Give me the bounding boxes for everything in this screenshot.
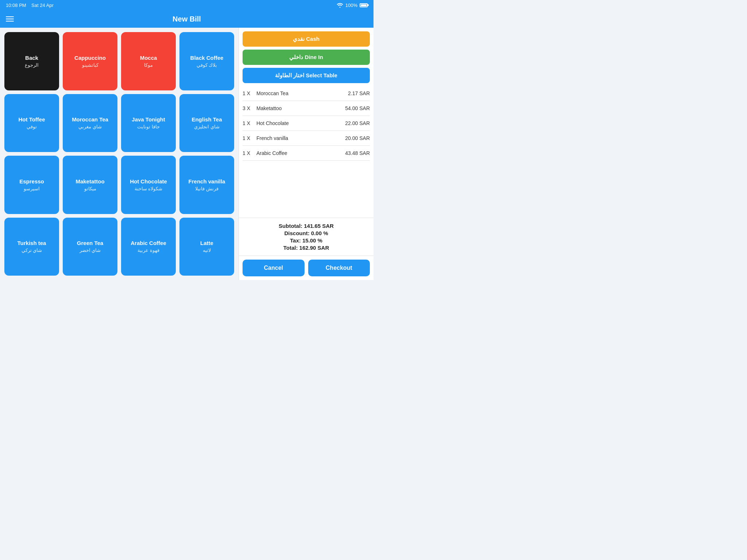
order-item-qty: 1 X bbox=[243, 90, 253, 96]
product-name-ar: شكولاه ساخنة bbox=[135, 186, 163, 191]
totals-section: Subtotal: 141.65 SAR Discount: 0.00 % Ta… bbox=[239, 218, 374, 256]
product-name-en: Turkish tea bbox=[18, 240, 46, 246]
product-name-ar: الرجوع bbox=[25, 62, 39, 68]
order-item-row: 1 X Hot Chocolate 22.00 SAR bbox=[243, 116, 370, 131]
order-items-list: 1 X Moroccan Tea 2.17 SAR 3 X Maketattoo… bbox=[239, 86, 374, 218]
order-item-qty: 3 X bbox=[243, 105, 253, 111]
product-tile[interactable]: Cappuccino كباتشينو bbox=[63, 32, 117, 90]
product-tile[interactable]: Black Coffee بلاك كوفي bbox=[179, 32, 234, 90]
product-tile[interactable]: Hot Toffee توفي bbox=[4, 94, 59, 152]
product-name-en: Arabic Coffee bbox=[131, 240, 166, 246]
product-name-en: Maketattoo bbox=[76, 178, 104, 184]
order-item-name: Hot Chocolate bbox=[256, 120, 345, 126]
product-name-ar: توفي bbox=[27, 124, 37, 129]
status-time-date: 10:08 PM Sat 24 Apr bbox=[6, 3, 54, 8]
product-name-ar: موكا bbox=[144, 62, 153, 68]
main-content: Back الرجوع Cappuccino كباتشينو Mocca مو… bbox=[0, 28, 374, 280]
product-tile[interactable]: Java Tonight جافا تونايت bbox=[121, 94, 176, 152]
order-item-row: 1 X Moroccan Tea 2.17 SAR bbox=[243, 86, 370, 101]
product-name-en: Cappuccino bbox=[74, 55, 106, 61]
product-name-ar: اسيرسو bbox=[24, 186, 40, 191]
product-tile[interactable]: Green Tea شاي اخضر bbox=[63, 218, 117, 276]
order-item-price: 54.00 SAR bbox=[345, 105, 370, 111]
product-grid: Back الرجوع Cappuccino كباتشينو Mocca مو… bbox=[0, 28, 239, 280]
page-title: New Bill bbox=[173, 15, 201, 23]
right-panel: نقدي Cash داخلي Dine In اختار الطاولة Se… bbox=[239, 28, 374, 280]
product-name-en: Latte bbox=[200, 240, 213, 246]
product-name-en: Espresso bbox=[19, 178, 44, 184]
product-tile[interactable]: Mocca موكا bbox=[121, 32, 176, 90]
product-name-ar: شاي اخضر bbox=[80, 248, 101, 253]
product-name-en: Back bbox=[25, 55, 38, 61]
order-item-price: 22.00 SAR bbox=[345, 120, 370, 126]
discount: Discount: 0.00 % bbox=[243, 230, 370, 236]
product-name-ar: جافا تونايت bbox=[137, 124, 160, 129]
product-name-ar: شاي انجليزي bbox=[194, 124, 220, 129]
product-name-en: Hot Toffee bbox=[18, 116, 45, 122]
product-name-en: Black Coffee bbox=[190, 55, 224, 61]
order-item-price: 2.17 SAR bbox=[348, 90, 370, 96]
product-name-en: French vanilla bbox=[189, 178, 225, 184]
product-name-ar: فرنش فانيلا bbox=[195, 186, 218, 191]
dine-in-button[interactable]: داخلي Dine In bbox=[243, 50, 370, 65]
product-name-en: Green Tea bbox=[77, 240, 103, 246]
order-item-name: Arabic Coffee bbox=[256, 150, 345, 156]
product-tile[interactable]: Arabic Coffee قهوة عربية bbox=[121, 218, 176, 276]
action-buttons: Cancel Checkout bbox=[239, 256, 374, 280]
product-name-en: Moroccan Tea bbox=[72, 116, 108, 122]
order-item-row: 1 X Arabic Coffee 43.48 SAR bbox=[243, 146, 370, 161]
product-tile[interactable]: Latte لاتيه bbox=[179, 218, 234, 276]
product-tile[interactable]: Moroccan Tea شاي مغربي bbox=[63, 94, 117, 152]
product-tile[interactable]: Espresso اسيرسو bbox=[4, 156, 59, 214]
product-name-en: Mocca bbox=[140, 55, 157, 61]
product-name-ar: لاتيه bbox=[203, 248, 211, 253]
product-name-ar: شاي مغربي bbox=[78, 124, 102, 129]
order-item-name: French vanilla bbox=[256, 135, 345, 141]
menu-button[interactable] bbox=[6, 16, 14, 22]
product-tile[interactable]: French vanilla فرنش فانيلا bbox=[179, 156, 234, 214]
subtotal: Subtotal: 141.65 SAR bbox=[243, 223, 370, 229]
order-item-name: Maketattoo bbox=[256, 105, 345, 111]
wifi-icon bbox=[337, 3, 343, 8]
order-item-row: 1 X French vanilla 20.00 SAR bbox=[243, 131, 370, 146]
order-item-row: 3 X Maketattoo 54.00 SAR bbox=[243, 101, 370, 116]
product-name-ar: كباتشينو bbox=[82, 62, 98, 68]
status-bar: 10:08 PM Sat 24 Apr 100% bbox=[0, 0, 374, 10]
product-name-ar: قهوة عربية bbox=[138, 248, 159, 253]
product-tile[interactable]: Hot Chocolate شكولاه ساخنة bbox=[121, 156, 176, 214]
status-time: 10:08 PM bbox=[6, 3, 26, 8]
product-tile[interactable]: English Tea شاي انجليزي bbox=[179, 94, 234, 152]
tax: Tax: 15.00 % bbox=[243, 237, 370, 244]
product-name-en: Java Tonight bbox=[132, 116, 165, 122]
app-header: New Bill bbox=[0, 10, 374, 28]
product-tile[interactable]: Maketattoo ميكاتو bbox=[63, 156, 117, 214]
order-item-qty: 1 X bbox=[243, 120, 253, 126]
order-item-price: 20.00 SAR bbox=[345, 135, 370, 141]
total: Total: 162.90 SAR bbox=[243, 245, 370, 251]
order-item-qty: 1 X bbox=[243, 150, 253, 156]
status-right: 100% bbox=[337, 3, 368, 8]
cash-button[interactable]: نقدي Cash bbox=[243, 31, 370, 47]
product-name-en: English Tea bbox=[191, 116, 222, 122]
product-name-en: Hot Chocolate bbox=[130, 178, 167, 184]
payment-buttons: نقدي Cash داخلي Dine In اختار الطاولة Se… bbox=[239, 28, 374, 83]
checkout-button[interactable]: Checkout bbox=[308, 260, 370, 276]
order-item-name: Moroccan Tea bbox=[256, 90, 348, 96]
order-item-price: 43.48 SAR bbox=[345, 150, 370, 156]
product-tile[interactable]: Back الرجوع bbox=[4, 32, 59, 90]
battery-icon bbox=[360, 3, 368, 7]
product-tile[interactable]: Turkish tea شاي تركي bbox=[4, 218, 59, 276]
battery-percent: 100% bbox=[345, 3, 357, 8]
cancel-button[interactable]: Cancel bbox=[243, 260, 305, 276]
status-date: Sat 24 Apr bbox=[31, 3, 54, 8]
product-name-ar: ميكاتو bbox=[84, 186, 96, 191]
product-name-ar: بلاك كوفي bbox=[197, 62, 217, 68]
select-table-button[interactable]: اختار الطاولة Select Table bbox=[243, 68, 370, 83]
order-item-qty: 1 X bbox=[243, 135, 253, 141]
product-name-ar: شاي تركي bbox=[22, 248, 42, 253]
